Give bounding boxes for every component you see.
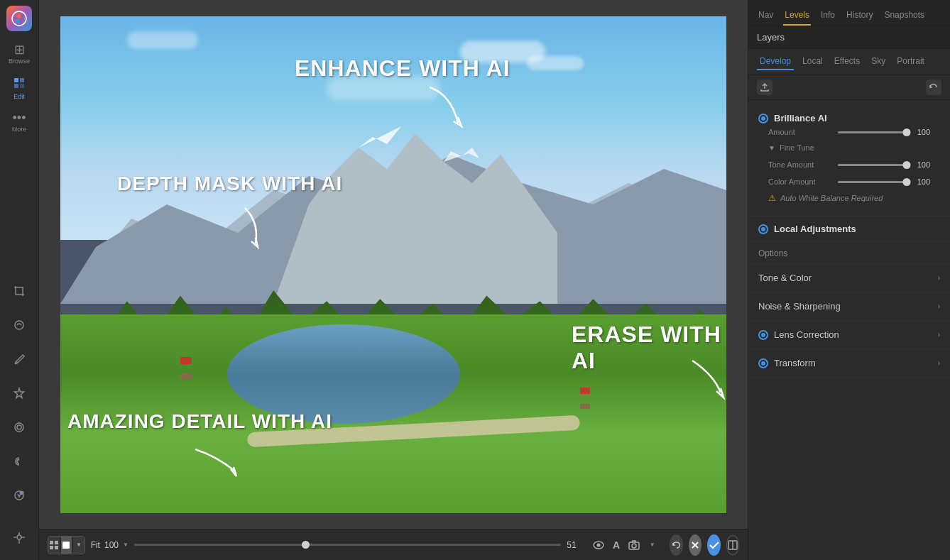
- lens-correction-title: Lens Correction: [774, 329, 938, 340]
- lens-correction-header[interactable]: Lens Correction ›: [748, 321, 950, 348]
- cancel-btn[interactable]: [689, 534, 702, 556]
- noise-sharpening-header[interactable]: Noise & Sharpening ›: [748, 292, 950, 320]
- svg-rect-3: [14, 84, 18, 88]
- tone-amount-value: 100: [912, 160, 930, 169]
- tool-fingerprint[interactable]: [4, 446, 35, 478]
- app-container: ⊞ Browse Edit ••• More: [0, 0, 950, 560]
- fine-tune-header[interactable]: ▼ Fine Tune: [758, 141, 940, 156]
- sidebar-item-browse[interactable]: ⊞ Browse: [4, 38, 35, 70]
- sub-tab-sky[interactable]: Sky: [868, 53, 888, 70]
- text-btn[interactable]: A: [611, 535, 623, 555]
- canvas-area: ENHANCE WITH AI DEPTH MASK WITH AI ERASE…: [39, 0, 748, 529]
- layers-label: Layers: [757, 32, 785, 43]
- visibility-btn[interactable]: [592, 535, 604, 555]
- transform-header[interactable]: Transform ›: [748, 349, 950, 377]
- tool-crop[interactable]: [4, 276, 35, 307]
- sub-tab-develop[interactable]: Develop: [757, 53, 794, 70]
- lens-correction-toggle[interactable]: [758, 330, 768, 340]
- left-sidebar: ⊞ Browse Edit ••• More: [0, 0, 39, 560]
- noise-sharpening-section: Noise & Sharpening ›: [748, 292, 950, 321]
- tab-info[interactable]: Info: [819, 6, 836, 26]
- noise-sharpening-title: Noise & Sharpening: [758, 301, 938, 312]
- view-grid-btn[interactable]: [48, 537, 60, 554]
- tone-amount-track: [838, 164, 907, 166]
- tone-color-arrow: ›: [938, 274, 940, 282]
- local-adj-toggle[interactable]: [758, 224, 768, 234]
- brilliance-ai-indicator: [761, 116, 765, 121]
- svg-rect-19: [50, 546, 53, 549]
- right-panel: Nav Levels Info History Snapshots Layers…: [748, 0, 950, 560]
- color-amount-row: Color Amount 100: [758, 173, 940, 190]
- transform-toggle[interactable]: [758, 358, 768, 368]
- zoom-slider[interactable]: [134, 544, 561, 546]
- zoom-value: 100: [104, 540, 119, 550]
- tab-history[interactable]: History: [845, 6, 874, 26]
- tool-ai-settings[interactable]: AI: [4, 481, 35, 512]
- transform-title: Transform: [774, 358, 938, 368]
- layout-btn[interactable]: [726, 535, 739, 555]
- toolbar-more-btn[interactable]: ▼: [646, 535, 658, 555]
- warning-row: ⚠ Auto White Balance Required: [758, 190, 940, 209]
- svg-rect-18: [55, 541, 58, 544]
- undo-btn[interactable]: [670, 534, 683, 556]
- action-row: [748, 75, 950, 100]
- tool-heal[interactable]: [4, 310, 35, 341]
- tone-amount-row: Tone Amount 100: [758, 156, 940, 173]
- svg-point-25: [632, 544, 636, 548]
- lens-correction-arrow: ›: [938, 331, 940, 339]
- svg-rect-20: [55, 546, 58, 549]
- export-btn[interactable]: [628, 535, 640, 555]
- view-dropdown-btn[interactable]: ▼: [73, 537, 84, 554]
- upload-icon[interactable]: [757, 79, 772, 95]
- options-label: Options: [758, 248, 787, 258]
- svg-rect-17: [50, 541, 53, 544]
- sub-tab-local[interactable]: Local: [799, 53, 826, 70]
- amount-slider-row: Amount 100: [758, 123, 940, 141]
- sidebar-item-edit[interactable]: Edit: [4, 72, 35, 104]
- tool-brush[interactable]: [4, 344, 35, 375]
- tab-levels[interactable]: Levels: [783, 6, 811, 26]
- cloud-3: [127, 31, 198, 49]
- tool-location[interactable]: [4, 523, 35, 554]
- svg-point-5: [15, 321, 23, 329]
- main-content: ENHANCE WITH AI DEPTH MASK WITH AI ERASE…: [39, 0, 748, 560]
- transform-section: Transform ›: [748, 349, 950, 378]
- svg-rect-4: [20, 84, 24, 88]
- amount-label: Amount: [768, 128, 832, 136]
- color-amount-value: 100: [912, 177, 930, 186]
- confirm-btn[interactable]: [707, 534, 721, 556]
- fine-tune-arrow-icon: ▼: [768, 144, 775, 152]
- amount-value: 100: [912, 128, 930, 136]
- panel-content: Brilliance AI Amount 100 ▼ Fine Tune: [748, 100, 950, 560]
- tone-color-section: Tone & Color ›: [748, 264, 950, 292]
- brilliance-ai-toggle[interactable]: [758, 114, 768, 123]
- svg-point-7: [17, 425, 21, 429]
- sidebar-item-more[interactable]: ••• More: [4, 106, 35, 138]
- sub-tab-effects[interactable]: Effects: [831, 53, 863, 70]
- brilliance-ai-title: Brilliance AI: [774, 113, 940, 123]
- app-logo: [6, 6, 32, 31]
- color-amount-track: [838, 181, 907, 183]
- zoom-dropdown-icon[interactable]: ▼: [123, 542, 129, 548]
- more-icon: •••: [13, 111, 26, 124]
- sidebar-edit-label: Edit: [13, 93, 25, 100]
- house-1-roof: [180, 357, 192, 364]
- zoom-display: Fit 100 ▼: [91, 540, 129, 550]
- svg-point-11: [17, 535, 21, 539]
- view-mode-group: ▼: [48, 536, 85, 554]
- warning-text: Auto White Balance Required: [780, 194, 883, 202]
- options-row: Options: [748, 242, 950, 264]
- fine-tune-label: Fine Tune: [780, 143, 814, 152]
- tone-color-header[interactable]: Tone & Color ›: [748, 264, 950, 292]
- tab-snapshots[interactable]: Snapshots: [883, 6, 926, 26]
- view-single-btn[interactable]: [61, 537, 72, 554]
- browse-icon: ⊞: [14, 43, 25, 56]
- tab-nav[interactable]: Nav: [757, 6, 775, 26]
- sub-tab-portrait[interactable]: Portrait: [894, 53, 927, 70]
- brilliance-ai-header[interactable]: Brilliance AI: [758, 113, 940, 123]
- mountain-layer: [60, 91, 726, 314]
- local-adjustments-section[interactable]: Local Adjustments: [748, 216, 950, 242]
- reset-icon[interactable]: [926, 79, 941, 95]
- tool-select[interactable]: [4, 412, 35, 444]
- tool-magic[interactable]: [4, 378, 35, 410]
